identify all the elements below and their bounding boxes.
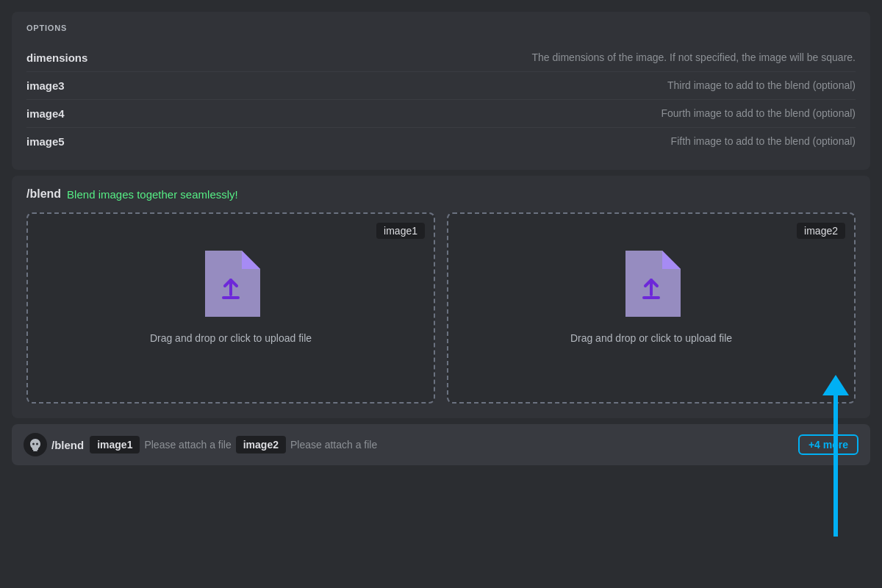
upload-icon-wrapper-1 bbox=[201, 251, 260, 320]
command-bar: /blend image1 Please attach a file image… bbox=[12, 424, 870, 465]
option-desc-image4: Fourth image to add to the blend (option… bbox=[159, 107, 856, 119]
option-desc-image3: Third image to add to the blend (optiona… bbox=[159, 79, 856, 91]
upload-text-image1: Drag and drop or click to upload file bbox=[150, 331, 312, 346]
upload-zone-image1[interactable]: image1 Drag and drop or click to upload … bbox=[26, 212, 435, 404]
bot-avatar bbox=[24, 433, 47, 456]
param-badge-image1: image1 bbox=[90, 436, 140, 453]
blend-command: /blend bbox=[26, 187, 61, 201]
placeholder-image1: Please attach a file bbox=[144, 439, 231, 451]
file-upload-icon-2 bbox=[622, 251, 681, 317]
param-badge-image2: image2 bbox=[236, 436, 286, 453]
file-upload-icon-1 bbox=[201, 251, 260, 317]
arrow-container bbox=[833, 390, 838, 537]
main-container: OPTIONS dimensions The dimensions of the… bbox=[0, 0, 882, 588]
blend-header: /blend Blend images together seamlessly! bbox=[26, 187, 856, 201]
placeholder-image2: Please attach a file bbox=[290, 439, 377, 451]
option-name-image4: image4 bbox=[26, 107, 159, 120]
upload-text-image2: Drag and drop or click to upload file bbox=[570, 331, 732, 346]
option-name-image5: image5 bbox=[26, 135, 159, 148]
upload-zone-image2[interactable]: image2 Drag and drop or click to upload … bbox=[447, 212, 856, 404]
options-title: OPTIONS bbox=[26, 24, 856, 32]
scroll-up-arrow bbox=[833, 390, 838, 537]
option-name-image3: image3 bbox=[26, 79, 159, 92]
svg-rect-6 bbox=[33, 450, 37, 451]
upload-grid: image1 Drag and drop or click to upload … bbox=[26, 212, 856, 404]
option-row-image3: image3 Third image to add to the blend (… bbox=[26, 72, 856, 100]
option-row-image4: image4 Fourth image to add to the blend … bbox=[26, 100, 856, 128]
upload-icon-wrapper-2 bbox=[622, 251, 681, 320]
svg-point-5 bbox=[36, 443, 38, 445]
svg-point-4 bbox=[32, 443, 35, 445]
blend-description: Blend images together seamlessly! bbox=[67, 188, 238, 201]
option-name-dimensions: dimensions bbox=[26, 51, 159, 64]
upload-label-image1: image1 bbox=[376, 223, 425, 239]
option-row-dimensions: dimensions The dimensions of the image. … bbox=[26, 44, 856, 72]
options-panel: OPTIONS dimensions The dimensions of the… bbox=[12, 12, 870, 170]
option-desc-dimensions: The dimensions of the image. If not spec… bbox=[159, 51, 856, 63]
option-row-image5: image5 Fifth image to add to the blend (… bbox=[26, 128, 856, 155]
option-desc-image5: Fifth image to add to the blend (optiona… bbox=[159, 135, 856, 147]
more-button[interactable]: +4 more bbox=[798, 434, 858, 455]
command-text: /blend bbox=[51, 439, 84, 451]
blend-section: /blend Blend images together seamlessly!… bbox=[12, 176, 870, 418]
bot-icon bbox=[28, 437, 43, 452]
upload-label-image2: image2 bbox=[797, 223, 845, 239]
